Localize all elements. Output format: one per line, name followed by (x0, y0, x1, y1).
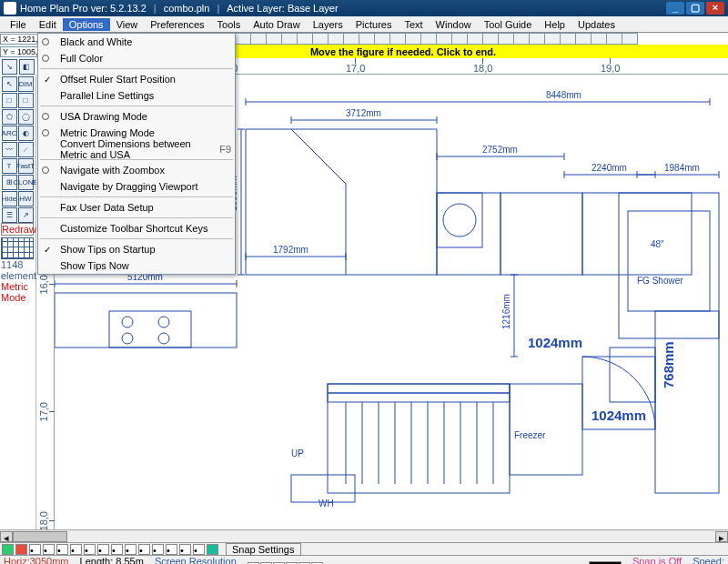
status-horiz: Horiz:3050mm (4, 557, 69, 564)
tool-button[interactable]: HW (18, 191, 34, 206)
snap-btn-cyan[interactable] (207, 544, 218, 555)
snap-dot[interactable]: • (125, 544, 136, 555)
menu-item[interactable]: Navigate by Dragging Viewport (38, 178, 235, 195)
menu-item[interactable]: USA Drawing Mode (38, 108, 235, 125)
menu-help[interactable]: Help (538, 18, 571, 31)
snap-dot[interactable]: • (179, 544, 191, 555)
close-button[interactable]: × (706, 2, 724, 15)
toolbar-icon[interactable] (281, 33, 298, 45)
toolbar-icon[interactable] (343, 33, 359, 45)
menu-item[interactable]: Navigate with Zoombox (38, 162, 235, 178)
toolbar-icon[interactable] (250, 33, 267, 45)
toolbar-icon[interactable] (467, 33, 483, 45)
menu-window[interactable]: Window (430, 18, 478, 31)
toolbar-icon[interactable] (560, 33, 576, 45)
toolbar-icon[interactable] (405, 33, 421, 45)
snap-btn-remove[interactable] (15, 544, 27, 555)
toolbar-icon[interactable] (312, 33, 329, 45)
tool-button[interactable]: □ (18, 93, 34, 108)
toolbar-icon[interactable] (529, 33, 545, 45)
toolbar-icon[interactable] (297, 33, 313, 45)
toolbar-icon[interactable] (328, 33, 344, 45)
tool-button[interactable]: 〰 (2, 142, 17, 157)
scrollbar-horizontal[interactable]: ◂ ▸ (0, 529, 728, 542)
tool-palette: ↖DIM□□⬠◯ARC◐〰⟋TFastT⊞CLONEHideHW☰↗Redraw… (0, 75, 36, 529)
menu-item[interactable]: Fax User Data Setup (38, 199, 235, 216)
menu-item[interactable]: Convert Dimensions between Metric and US… (38, 141, 235, 157)
tool-button[interactable]: T (2, 158, 17, 174)
menu-item[interactable]: Show Tips Now (38, 257, 235, 274)
menu-item[interactable]: Parallel Line Settings (38, 87, 235, 104)
toolbar-icon[interactable] (374, 33, 390, 45)
menu-edit[interactable]: Edit (33, 18, 63, 31)
tool-button[interactable]: □ (2, 93, 17, 108)
snap-dot[interactable]: • (56, 544, 68, 555)
menu-options[interactable]: Options (63, 18, 110, 31)
maximize-button[interactable]: ▢ (686, 2, 704, 15)
tool-button[interactable]: ↖ (2, 76, 17, 92)
redraw-button[interactable]: Redraw (1, 223, 34, 236)
snap-dot[interactable]: • (29, 544, 41, 555)
scroll-left-arrow[interactable]: ◂ (0, 531, 13, 542)
menu-view[interactable]: View (110, 18, 145, 31)
toolbar-icon[interactable] (498, 33, 514, 45)
snap-dot[interactable]: • (84, 544, 96, 555)
toolbar-icon[interactable] (420, 33, 437, 45)
toolbar-icon[interactable] (235, 33, 251, 45)
tool-button[interactable]: CLONE (18, 175, 34, 190)
scroll-thumb[interactable] (13, 531, 67, 542)
snap-dot[interactable]: • (166, 544, 177, 555)
tool-button[interactable]: ↗ (18, 207, 34, 223)
menu-file[interactable]: File (4, 18, 33, 31)
menu-item[interactable]: Full Color (38, 50, 235, 66)
menu-auto-draw[interactable]: Auto Draw (247, 18, 306, 31)
toolbar-icon[interactable] (606, 33, 622, 45)
tool-misc-2[interactable]: ◧ (19, 59, 35, 75)
tool-button[interactable]: FastT (18, 158, 34, 174)
snap-dot[interactable]: • (193, 544, 205, 555)
menu-tools[interactable]: Tools (211, 18, 248, 31)
tool-misc-1[interactable]: ↘ (2, 59, 17, 75)
menu-item[interactable]: ✓Offset Ruler Start Position (38, 71, 235, 87)
tool-button[interactable]: ◯ (18, 109, 34, 125)
snap-btn-add[interactable] (2, 544, 14, 555)
toolbar-icon[interactable] (266, 33, 282, 45)
menu-text[interactable]: Text (398, 18, 429, 31)
menu-preferences[interactable]: Preferences (144, 18, 210, 31)
snap-dot[interactable]: • (70, 544, 82, 555)
tool-button[interactable]: ARC (2, 126, 17, 141)
scroll-right-arrow[interactable]: ▸ (715, 531, 728, 542)
tool-button[interactable]: ☰ (2, 207, 17, 223)
menu-item[interactable]: Black and White (38, 34, 235, 50)
toolbar-icon[interactable] (513, 33, 530, 45)
menu-layers[interactable]: Layers (307, 18, 349, 31)
menu-item[interactable]: Customize Toolbar Shortcut Keys (38, 220, 235, 237)
menu-item[interactable]: ✓Show Tips on Startup (38, 241, 235, 257)
toolbar-icon[interactable] (544, 33, 561, 45)
toolbar-icon[interactable] (575, 33, 592, 45)
tool-button[interactable]: Hide (2, 191, 17, 206)
toolbar-icon[interactable] (451, 33, 468, 45)
tool-button[interactable]: ⬠ (2, 109, 17, 125)
snap-dot[interactable]: • (97, 544, 109, 555)
svg-text:1024mm: 1024mm (592, 408, 646, 423)
snap-dot[interactable]: • (152, 544, 164, 555)
snap-dot[interactable]: • (43, 544, 55, 555)
tool-button[interactable]: ◐ (18, 126, 34, 141)
toolbar-icon[interactable] (389, 33, 406, 45)
tool-button[interactable]: DIM (18, 76, 34, 92)
snap-dot[interactable]: • (138, 544, 150, 555)
toolbar-icon[interactable] (622, 33, 638, 45)
menu-tool-guide[interactable]: Tool Guide (478, 18, 539, 31)
tool-button[interactable]: ⟋ (18, 142, 34, 157)
menu-pictures[interactable]: Pictures (349, 18, 399, 31)
snap-dot[interactable]: • (111, 544, 123, 555)
color-button[interactable]: Color (589, 561, 622, 565)
minimize-button[interactable]: _ (666, 2, 684, 15)
toolbar-icon[interactable] (591, 33, 607, 45)
toolbar-icon[interactable] (436, 33, 452, 45)
snap-settings-button[interactable]: Snap Settings (226, 543, 301, 556)
toolbar-icon[interactable] (359, 33, 375, 45)
toolbar-icon[interactable] (482, 33, 499, 45)
menu-updates[interactable]: Updates (571, 18, 622, 31)
